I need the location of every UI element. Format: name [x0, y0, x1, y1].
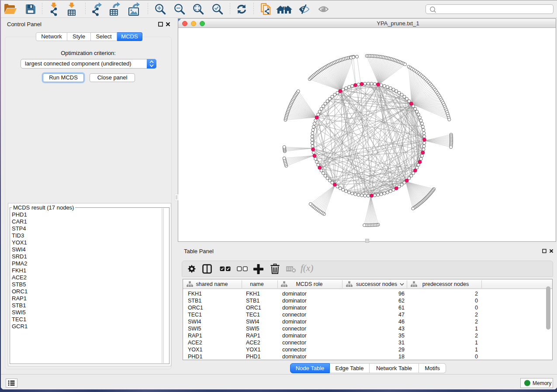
- svg-text:f(x): f(x): [301, 263, 313, 273]
- svg-text:Memory: Memory: [533, 380, 551, 386]
